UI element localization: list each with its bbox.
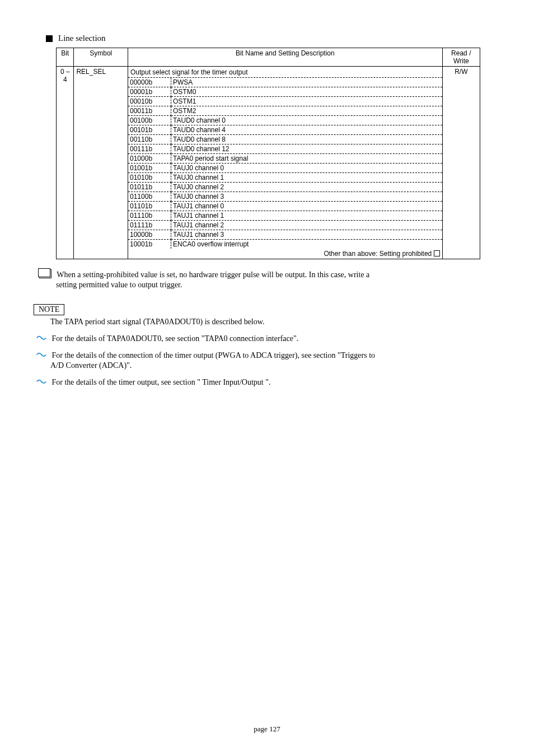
option-desc: TAUJ1 channel 0 xyxy=(171,202,442,211)
reference-icon xyxy=(36,379,46,385)
option-desc: TAUJ0 channel 2 xyxy=(171,183,442,192)
option-code: 01110b xyxy=(128,211,171,221)
option-desc: OSTM1 xyxy=(171,97,442,106)
footnote-marker-icon xyxy=(434,250,440,256)
options-cell: Output select signal for the timer outpu… xyxy=(128,67,443,259)
option-code: 00000b xyxy=(128,78,171,87)
options-table: 00000bPWSA00001bOSTM000010bOSTM100011bOS… xyxy=(128,78,442,249)
option-desc: TAUD0 channel 8 xyxy=(171,135,442,144)
link-row-2: For the details of the connection of the… xyxy=(50,351,484,360)
option-desc: TAUD0 channel 12 xyxy=(171,144,442,154)
option-desc: ENCA0 overflow interrupt xyxy=(171,240,442,249)
option-code: 00001b xyxy=(128,87,171,97)
page-footer: page 127 xyxy=(0,725,534,734)
col-name: Bit Name and Setting Description xyxy=(128,48,443,67)
option-desc: TAUD0 channel 0 xyxy=(171,116,442,125)
reference-icon xyxy=(36,352,46,358)
col-bit: Bit xyxy=(57,48,74,67)
option-desc: TAPA0 period start signal xyxy=(171,154,442,164)
col-rw: Read / Write xyxy=(442,48,480,67)
bitfield-table: Bit Symbol Bit Name and Setting Descript… xyxy=(56,48,480,259)
prohibited-note-cont: setting permitted value to output trigge… xyxy=(56,281,484,290)
option-code: 00110b xyxy=(128,135,171,144)
ref-3-plain2: ". xyxy=(265,378,270,386)
prohibited-note: When a setting-prohibited value is set, … xyxy=(39,269,484,279)
option-code: 00100b xyxy=(128,116,171,125)
option-desc: TAUJ0 channel 3 xyxy=(171,192,442,202)
option-code: 01101b xyxy=(128,202,171,211)
option-code: 10001b xyxy=(128,240,171,249)
option-code: 01100b xyxy=(128,192,171,202)
ref-link-3b[interactable]: Timer Input/Output xyxy=(202,378,264,386)
symbol-value: REL_SEL xyxy=(74,67,128,259)
option-code: 00010b xyxy=(128,97,171,106)
option-code: 01011b xyxy=(128,183,171,192)
option-desc: TAUJ0 channel 1 xyxy=(171,173,442,183)
link-row-3: For the details of the timer output, see… xyxy=(50,378,484,387)
option-code: 01001b xyxy=(128,164,171,173)
option-desc: PWSA xyxy=(171,78,442,87)
col-symbol: Symbol xyxy=(74,48,128,67)
option-code: 00011b xyxy=(128,106,171,116)
options-title: Output select signal for the timer outpu… xyxy=(128,67,442,78)
option-desc: OSTM2 xyxy=(171,106,442,116)
rw-value: R/W xyxy=(442,67,480,259)
ref-3-plain1: of the timer output, see section " xyxy=(99,378,200,386)
bullet-square-icon xyxy=(46,35,53,42)
option-desc: TAUD0 channel 4 xyxy=(171,125,442,135)
section-title: Line selection xyxy=(58,34,106,43)
ref-link-3a[interactable]: For the details xyxy=(52,378,97,386)
note-text: The TAPA period start signal (TAPA0ADOUT… xyxy=(50,318,484,326)
option-desc: TAUJ1 channel 1 xyxy=(171,211,442,221)
ref-link-2a[interactable]: For the details of the connection of the… xyxy=(52,351,376,360)
option-desc: OSTM0 xyxy=(171,87,442,97)
setting-prohibited: Other than above: Setting prohibited xyxy=(128,249,442,259)
option-code: 00101b xyxy=(128,125,171,135)
option-desc: TAUJ1 channel 3 xyxy=(171,230,442,240)
note-label: NOTE xyxy=(34,304,64,315)
option-code: 10000b xyxy=(128,230,171,240)
option-code: 01111b xyxy=(128,221,171,230)
link-row-1: For the details of TAPA0ADOUT0, see sect… xyxy=(50,334,484,343)
option-desc: TAUJ0 channel 0 xyxy=(171,164,442,173)
option-desc: TAUJ1 channel 2 xyxy=(171,221,442,230)
option-code: 00111b xyxy=(128,144,171,154)
option-code: 01010b xyxy=(128,173,171,183)
ref-link-2b[interactable]: A/D Converter (ADCA)". xyxy=(50,361,484,370)
reference-icon xyxy=(36,335,46,342)
bit-value: 0 – 4 xyxy=(57,67,74,259)
option-code: 01000b xyxy=(128,154,171,164)
note-box-icon xyxy=(39,269,51,278)
ref-link-1[interactable]: For the details of TAPA0ADOUT0, see sect… xyxy=(52,334,299,343)
